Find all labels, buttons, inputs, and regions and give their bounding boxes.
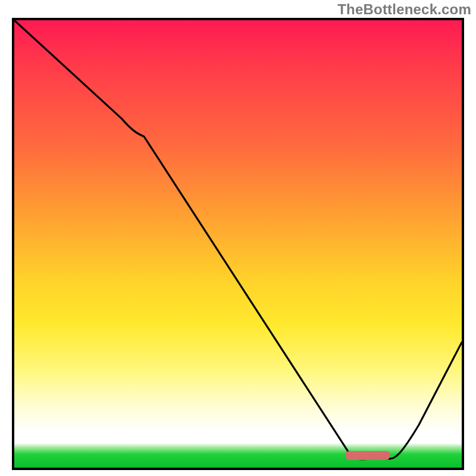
chart-container: TheBottleneck.com — [0, 0, 476, 476]
bottleneck-curve — [14, 20, 462, 468]
curve-path — [14, 20, 462, 459]
plot-area — [12, 18, 464, 470]
optimal-marker — [345, 451, 390, 460]
watermark-text: TheBottleneck.com — [337, 1, 471, 18]
